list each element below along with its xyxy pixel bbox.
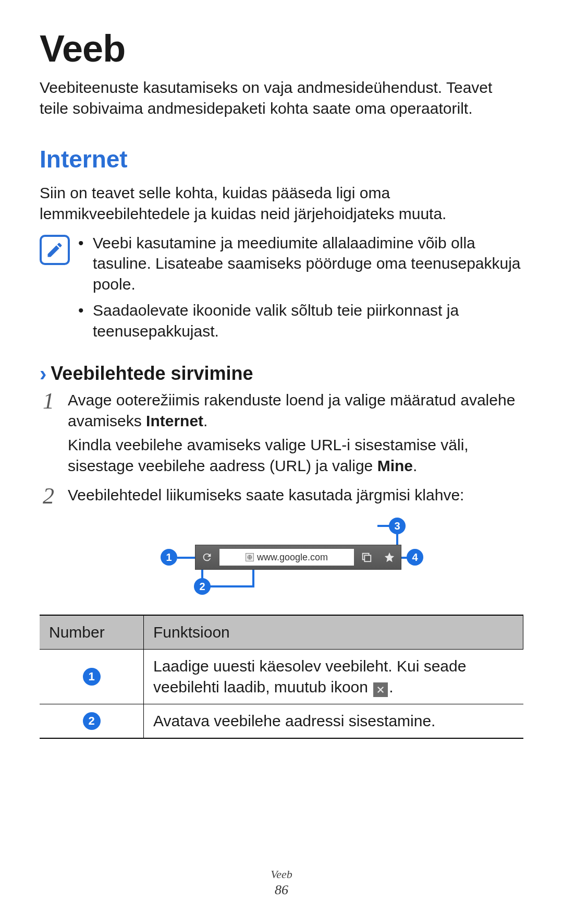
- windows-icon: [355, 545, 378, 569]
- table-cell-number: 1: [40, 650, 144, 704]
- function-table: Number Funktsioon 1 Laadige uuesti käeso…: [40, 615, 523, 739]
- sub-heading-text: Veebilehtede sirvimine: [51, 363, 253, 385]
- step-number: 1: [40, 390, 57, 413]
- intro-paragraph: Veebiteenuste kasutamiseks on vaja andme…: [40, 77, 523, 119]
- step-bold: Internet: [146, 412, 203, 429]
- table-row: 2 Avatava veebilehe aadressi sisestamine…: [40, 704, 523, 738]
- step-body: Veebilehtedel liikumiseks saate kasutada…: [68, 485, 523, 509]
- callout-badge: 2: [194, 578, 211, 595]
- callout-lead: [177, 557, 196, 559]
- star-icon: [378, 545, 401, 569]
- callout-badge: 3: [389, 518, 406, 534]
- url-bar: www.google.com: [195, 545, 401, 570]
- step-text: Avage ooterežiimis rakenduste loend ja v…: [68, 391, 515, 429]
- page-number: 86: [0, 882, 563, 898]
- note-pencil-icon: [40, 235, 70, 265]
- step-text: .: [203, 412, 207, 429]
- step-text: .: [413, 457, 417, 474]
- note-item: Veebi kasutamine ja meediumite allalaadi…: [78, 233, 523, 295]
- table-text: Avatava veebilehe aadressi sisestamine.: [153, 712, 435, 729]
- footer-section-name: Veeb: [0, 868, 563, 881]
- browser-urlbar-diagram: www.google.com 1 2 3 4: [136, 518, 427, 601]
- number-badge: 2: [83, 712, 101, 730]
- step-body: Avage ooterežiimis rakenduste loend ja v…: [68, 390, 523, 479]
- sub-heading: › Veebilehtede sirvimine: [40, 363, 523, 385]
- step-item: 2 Veebilehtedel liikumiseks saate kasuta…: [40, 485, 523, 509]
- section-heading-internet: Internet: [40, 145, 523, 173]
- cancel-x-icon: [373, 682, 388, 697]
- callout-badge: 1: [161, 549, 177, 566]
- refresh-icon: [195, 545, 218, 569]
- table-cell-function: Avatava veebilehe aadressi sisestamine.: [144, 704, 523, 738]
- document-page: Veeb Veebiteenuste kasutamiseks on vaja …: [0, 0, 563, 924]
- table-row: 1 Laadige uuesti käesolev veebileht. Kui…: [40, 650, 523, 704]
- table-header-row: Number Funktsioon: [40, 616, 523, 650]
- step-number: 2: [40, 485, 57, 508]
- section-intro-text: Siin on teavet selle kohta, kuidas pääse…: [40, 183, 523, 224]
- table-cell-number: 2: [40, 704, 144, 738]
- table-cell-function: Laadige uuesti käesolev veebileht. Kui s…: [144, 650, 523, 704]
- table-text: Laadige uuesti käesolev veebileht. Kui s…: [153, 657, 466, 695]
- table-text: .: [389, 678, 393, 695]
- svg-rect-2: [364, 556, 371, 562]
- favicon-icon: [246, 553, 254, 561]
- note-block: Veebi kasutamine ja meediumite allalaadi…: [40, 233, 523, 347]
- step-item: 1 Avage ooterežiimis rakenduste loend ja…: [40, 390, 523, 479]
- table-header-number: Number: [40, 616, 144, 649]
- table-header-function: Funktsioon: [144, 616, 523, 649]
- step-text: Veebilehtedel liikumiseks saate kasutada…: [68, 485, 523, 506]
- url-text: www.google.com: [257, 552, 328, 563]
- note-list: Veebi kasutamine ja meediumite allalaadi…: [78, 233, 523, 347]
- url-field: www.google.com: [219, 549, 354, 566]
- step-bold: Mine: [377, 457, 413, 474]
- callout-badge: 4: [407, 549, 423, 566]
- diagram-container: www.google.com 1 2 3 4: [40, 518, 523, 601]
- page-footer: Veeb 86: [0, 868, 563, 898]
- number-badge: 1: [83, 668, 101, 686]
- chevron-right-icon: ›: [40, 363, 46, 384]
- note-item: Saadaolevate ikoonide valik sõltub teie …: [78, 300, 523, 342]
- page-title: Veeb: [40, 27, 523, 70]
